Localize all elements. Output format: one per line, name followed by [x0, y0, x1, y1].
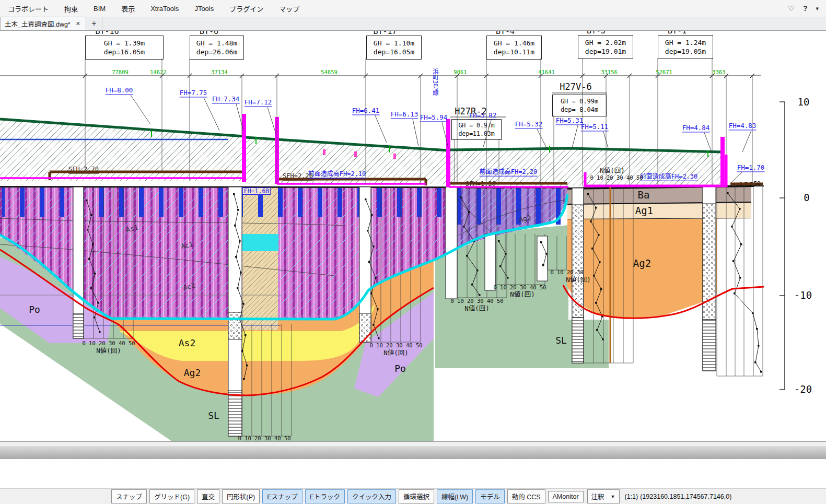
status-toggle-lineweight[interactable]: 線幅(LW) — [437, 489, 473, 503]
status-toggle-dynamic-ccs[interactable]: 動的 CCS — [507, 489, 545, 503]
status-toggle-polar[interactable]: 円形状(P) — [222, 489, 260, 503]
menu-map[interactable]: マップ — [271, 4, 307, 14]
chevron-down-icon[interactable]: ▾ — [816, 5, 819, 12]
soil-region-ag2-right — [567, 219, 717, 319]
command-line-area[interactable] — [0, 459, 826, 489]
separator-bar — [0, 446, 826, 460]
status-bar: スナップ グリッド(G) 直交 円形状(P) Eスナップ Eトラック クイック入… — [0, 488, 826, 504]
status-toggle-model[interactable]: モデル — [475, 489, 505, 503]
status-toggle-etrack[interactable]: Eトラック — [305, 489, 345, 503]
help-icon[interactable]: ? — [803, 4, 808, 13]
status-toggle-cycleselect[interactable]: 循環選択 — [399, 489, 434, 503]
document-tab-bar: 土木_土質調査図.dwg* ✕ + — [0, 17, 826, 31]
new-tab-button[interactable]: + — [86, 17, 102, 30]
status-toggle-snap[interactable]: スナップ — [111, 489, 147, 503]
menu-constraints[interactable]: 拘束 — [56, 4, 86, 14]
menu-bim[interactable]: BIM — [86, 5, 113, 13]
menu-view[interactable]: 表示 — [113, 4, 143, 14]
cursor-coordinates: (1923160.1851,174567.7146,0) — [640, 493, 731, 500]
drawing-canvas[interactable] — [0, 0, 826, 504]
annotation-scale-label: 注釈 — [591, 491, 604, 501]
dropdown-arrow-icon: ▼ — [611, 494, 615, 499]
pile-group-left — [2, 187, 445, 217]
embankment-band — [0, 114, 763, 187]
document-tab[interactable]: 土木_土質調査図.dwg* ✕ — [0, 17, 86, 30]
status-toggle-amonitor[interactable]: AMonitor — [548, 491, 584, 502]
tab-close-icon[interactable]: ✕ — [75, 20, 82, 27]
pile-group-right — [448, 187, 568, 225]
favorite-icon[interactable]: ♡ — [788, 4, 795, 13]
annotation-scale-dropdown[interactable]: 注釈 ▼ — [587, 489, 620, 503]
menu-collaborate[interactable]: コラボレート — [0, 4, 56, 14]
drawing-scale: (1:1) — [625, 493, 638, 500]
status-toggle-ortho[interactable]: 直交 — [197, 489, 219, 503]
status-toggle-esnap[interactable]: Eスナップ — [262, 489, 302, 503]
menu-jtools[interactable]: JTools — [187, 5, 222, 13]
status-toggle-grid[interactable]: グリッド(G) — [149, 489, 194, 503]
menu-plugins[interactable]: プラグイン — [222, 4, 271, 14]
menu-bar: コラボレート 拘束 BIM 表示 XtraTools JTools プラグイン … — [0, 0, 826, 17]
status-toggle-quickinput[interactable]: クイック入力 — [347, 489, 396, 503]
document-tab-label: 土木_土質調査図.dwg* — [5, 19, 71, 29]
elevation-scale — [780, 102, 785, 390]
menu-xtratools[interactable]: XtraTools — [143, 5, 187, 13]
